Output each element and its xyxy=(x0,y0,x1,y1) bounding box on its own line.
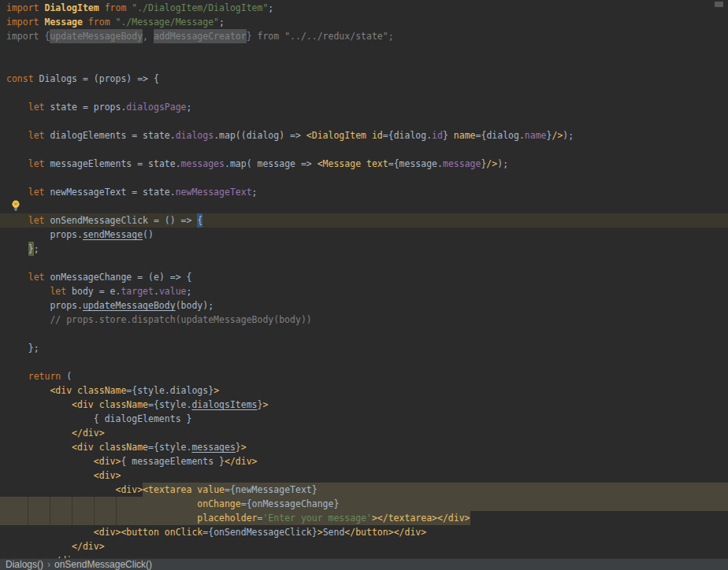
code-token: className xyxy=(99,398,148,412)
code-token: ></textarea></div> xyxy=(372,511,470,525)
code-line[interactable]: </div> xyxy=(0,426,728,440)
code-line[interactable]: let messageElements = state.messages.map… xyxy=(0,157,728,171)
code-token: import xyxy=(6,1,44,15)
code-token: updateMessageBody xyxy=(83,298,176,313)
code-token: state = props. xyxy=(50,100,126,114)
code-token: addMessageCreator xyxy=(154,29,247,43)
code-token: <div xyxy=(72,398,94,412)
code-token: .map((dialog) => xyxy=(214,128,306,142)
code-line[interactable]: // props.store.dispatch(updateMessageBod… xyxy=(0,313,728,327)
code-token: dialogs xyxy=(176,128,214,142)
code-token: > xyxy=(318,525,323,539)
code-token: DialogItem xyxy=(44,1,98,15)
code-token xyxy=(6,539,72,553)
code-line[interactable]: <div className={style.dialogs}> xyxy=(0,383,728,398)
code-token xyxy=(6,185,28,199)
code-token: from xyxy=(83,15,116,29)
code-line[interactable]: let onSendMessageClick = () => { xyxy=(0,213,728,228)
code-line[interactable]: <div> xyxy=(0,468,728,483)
code-token: body = e. xyxy=(72,284,121,298)
code-line[interactable] xyxy=(0,43,728,57)
code-token: <div><button xyxy=(94,525,159,539)
code-line[interactable]: import DialogItem from "./DialogItem/Dia… xyxy=(0,1,728,15)
code-token: onChange xyxy=(197,497,240,511)
code-line[interactable]: <div><textarea value={newMessageText} xyxy=(0,483,728,497)
code-token: } xyxy=(28,242,34,256)
code-token: ; xyxy=(219,15,225,29)
code-token: <div> xyxy=(94,454,121,468)
breadcrumb-item-onsendmessageclick[interactable]: onSendMessageClick() xyxy=(54,559,152,570)
code-token: className xyxy=(99,440,148,454)
code-line[interactable]: import {updateMessageBody, addMessageCre… xyxy=(0,29,728,43)
code-line[interactable]: props.sendMessage() xyxy=(0,228,728,242)
code-line[interactable]: let newMessageText = state.newMessageTex… xyxy=(0,185,728,199)
code-token xyxy=(6,398,72,412)
code-token xyxy=(6,440,72,454)
code-token: <div xyxy=(50,383,72,398)
code-token xyxy=(6,341,28,355)
code-token: </div> xyxy=(72,539,105,553)
code-token: (body); xyxy=(176,298,214,313)
code-token: value xyxy=(159,284,187,298)
code-line[interactable] xyxy=(0,256,728,270)
code-area[interactable]: import DialogItem from "./DialogItem/Dia… xyxy=(0,1,728,568)
code-line[interactable]: <div className={style.dialogsItems}> xyxy=(0,398,728,412)
code-token: .map( message => xyxy=(225,157,318,171)
code-token: let xyxy=(28,100,50,114)
code-line[interactable] xyxy=(0,142,728,157)
code-line[interactable]: <div><button onClick={onSendMessageClick… xyxy=(0,525,728,539)
code-token: </button></div> xyxy=(344,525,426,539)
code-line[interactable] xyxy=(0,57,728,72)
code-line[interactable]: let body = e.target.value; xyxy=(0,284,728,298)
ide-editor-window: import DialogItem from "./DialogItem/Dia… xyxy=(0,0,728,570)
code-line[interactable]: props.updateMessageBody(body); xyxy=(0,298,728,313)
code-token: ; xyxy=(268,1,273,15)
code-token: ={dialog. xyxy=(383,128,432,142)
scrollbar-thumb[interactable] xyxy=(715,2,723,7)
code-token: id xyxy=(372,128,383,142)
code-token: ; xyxy=(187,284,192,298)
code-line[interactable] xyxy=(0,355,728,369)
code-line[interactable]: { dialogElements } xyxy=(0,412,728,426)
code-token: messages xyxy=(191,440,235,454)
code-line[interactable]: }; xyxy=(0,242,728,256)
code-line[interactable] xyxy=(0,327,728,341)
code-line[interactable]: import Message from "./Message/Message"; xyxy=(0,15,728,29)
code-token xyxy=(6,100,28,114)
code-line[interactable] xyxy=(0,171,728,185)
code-token: { messageElements } xyxy=(121,454,225,468)
code-line[interactable]: let state = props.dialogsPage; xyxy=(0,100,728,114)
code-line[interactable]: return ( xyxy=(0,369,728,383)
code-token: 'Enter your message' xyxy=(262,511,371,525)
code-token: } xyxy=(481,157,486,171)
code-line[interactable]: placeholder='Enter your message'></texta… xyxy=(0,511,728,525)
code-token xyxy=(6,511,197,525)
breadcrumb-item-dialogs[interactable]: Dialogs() xyxy=(6,559,43,570)
code-line[interactable]: onChange={onMessageChange} xyxy=(0,497,728,511)
code-token: onClick xyxy=(165,525,202,539)
code-token: "./DialogItem/DialogItem" xyxy=(132,1,268,15)
code-token xyxy=(6,426,72,440)
code-line[interactable]: <div className={style.messages}> xyxy=(0,440,728,454)
code-token: import xyxy=(6,15,44,29)
code-line[interactable]: </div> xyxy=(0,539,728,553)
code-token: let xyxy=(28,270,50,284)
code-token: <DialogItem xyxy=(306,128,366,142)
intention-lightbulb-icon[interactable] xyxy=(9,199,22,212)
code-line[interactable]: const Dialogs = (props) => { xyxy=(0,72,728,86)
code-line[interactable]: <div>{ messageElements }</div> xyxy=(0,454,728,468)
code-token xyxy=(361,157,366,171)
code-line[interactable] xyxy=(0,199,728,213)
code-line[interactable]: let dialogElements = state.dialogs.map((… xyxy=(0,128,728,142)
code-line[interactable]: let onMessageChange = (e) => { xyxy=(0,270,728,284)
code-line[interactable] xyxy=(0,86,728,100)
code-token: > xyxy=(262,398,268,412)
code-token: text xyxy=(366,157,388,171)
code-line[interactable]: }; xyxy=(0,341,728,355)
code-token: id xyxy=(432,128,443,142)
code-token: Send xyxy=(323,525,345,539)
code-token: updateMessageBody xyxy=(50,29,143,43)
code-token: <textarea xyxy=(143,483,191,497)
code-token: } xyxy=(258,398,263,412)
code-line[interactable] xyxy=(0,114,728,128)
